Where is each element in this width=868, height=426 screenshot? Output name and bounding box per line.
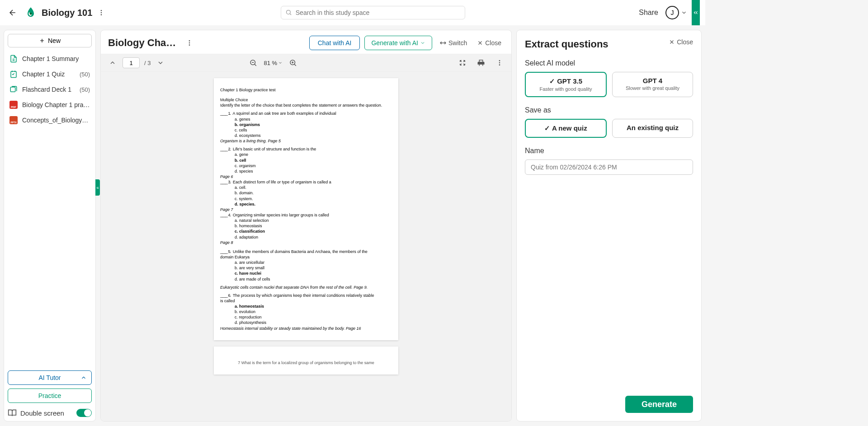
sidebar-item-pptx[interactable]: PPTX Concepts_of_Biology_Chap... <box>4 112 95 128</box>
model-option-gpt35[interactable]: ✓ GPT 3.5 Faster with good quality <box>525 72 607 97</box>
save-option-existing-quiz[interactable]: An existing quiz <box>612 119 693 138</box>
q-opt: d. ecosystems <box>220 133 392 138</box>
collapse-right-button[interactable] <box>692 0 700 25</box>
practice-button[interactable]: Practice <box>8 389 92 403</box>
page-up-button[interactable] <box>107 57 118 68</box>
sidebar-item-label: Biology Chapter 1 practice t... <box>22 101 90 108</box>
model-main: ✓ GPT 3.5 <box>529 77 602 85</box>
svg-point-3 <box>101 14 102 15</box>
ai-tutor-button[interactable]: AI Tutor <box>8 370 92 385</box>
avatar-initial: J <box>671 9 674 16</box>
sidebar-item-flashcards[interactable]: Flashcard Deck 1 (50) <box>4 82 95 97</box>
title-menu-button[interactable] <box>96 7 107 18</box>
sidebar-expand-tab[interactable]: « <box>95 179 100 196</box>
chat-with-ai-button[interactable]: Chat with AI <box>309 36 360 50</box>
sidebar-item-label: Chapter 1 Quiz <box>22 70 75 78</box>
sidebar-item-quiz[interactable]: Chapter 1 Quiz (50) <box>4 66 95 82</box>
q-text: Each distinct form of life or type of or… <box>233 180 331 184</box>
sidebar-item-label: Concepts_of_Biology_Chap... <box>22 117 90 124</box>
double-screen-toggle[interactable] <box>76 409 92 417</box>
sidebar-item-pdf[interactable]: PDF Biology Chapter 1 practice t... <box>4 97 95 112</box>
q-text: Life's basic unit of structure and funct… <box>233 147 316 151</box>
new-button[interactable]: New <box>8 34 92 47</box>
q-opt: d. photosynthesis <box>220 320 392 325</box>
search-input[interactable] <box>281 6 465 19</box>
q-opt: c. organism <box>220 163 392 169</box>
q-note: Page 7 <box>220 207 392 212</box>
svg-point-8 <box>189 42 190 44</box>
page-down-button[interactable] <box>155 57 166 68</box>
q-text: Organizing similar species into larger g… <box>233 213 329 217</box>
save-option-new-quiz[interactable]: ✓ A new quiz <box>525 119 607 138</box>
q-opt: b. are very small <box>220 265 392 271</box>
share-button[interactable]: Share <box>639 9 658 17</box>
pptx-icon: PPTX <box>9 116 18 124</box>
flashcard-icon <box>9 85 18 94</box>
q-opt: b. cell <box>220 158 392 163</box>
sidebar-item-summary[interactable]: Chapter 1 Summary <box>4 51 95 66</box>
svg-point-0 <box>30 13 32 15</box>
toolbar-menu-button[interactable] <box>494 57 505 68</box>
document-page-1: Chapter 1 Biology practice test Multiple… <box>214 78 398 340</box>
zoom-level-dropdown[interactable]: 81 % <box>264 60 283 66</box>
svg-point-9 <box>189 44 190 46</box>
chevron-down-icon <box>420 40 425 46</box>
q-opt: d. are made of cells <box>220 276 392 282</box>
quiz-icon <box>9 70 18 78</box>
model-option-gpt4[interactable]: GPT 4 Slower with great quality <box>612 72 693 97</box>
svg-point-14 <box>499 64 500 66</box>
space-title: Biology 101 <box>42 8 92 18</box>
page-input[interactable] <box>123 57 140 68</box>
q-opt: a. are unicellular <box>220 260 392 265</box>
pdf-icon: PDF <box>9 101 18 109</box>
switch-button[interactable]: Switch <box>437 37 470 48</box>
sidebar: New Chapter 1 Summary Chapter 1 Quiz (50… <box>4 30 96 421</box>
fullscreen-button[interactable] <box>457 57 468 68</box>
q-note: Page 6 <box>220 174 392 179</box>
panel-close-button[interactable]: Close <box>669 38 693 46</box>
svg-point-12 <box>499 60 500 61</box>
extract-questions-panel: Extract questions Close Select AI model … <box>516 30 702 421</box>
q-opt: b. domain. <box>220 190 392 196</box>
chevron-down-icon <box>278 61 283 65</box>
back-button[interactable] <box>5 5 20 20</box>
double-screen-label: Double screen <box>20 409 64 417</box>
zoom-in-button[interactable] <box>287 57 299 69</box>
q-opt: b. homeostasis <box>220 223 392 229</box>
doc-heading: Chapter 1 Biology practice test <box>220 87 392 93</box>
q-num: ____ 1. <box>220 111 231 116</box>
save-opt-main: ✓ A new quiz <box>529 124 602 132</box>
model-main: GPT 4 <box>616 77 689 84</box>
model-sub: Slower with great quality <box>616 85 689 91</box>
svg-point-4 <box>286 10 290 14</box>
document-viewport[interactable]: Chapter 1 Biology practice test Multiple… <box>101 72 511 421</box>
q-opt: c. cells <box>220 127 392 133</box>
swap-icon <box>439 39 447 47</box>
close-document-button[interactable]: Close <box>474 37 504 48</box>
q-text: domain Eukarya <box>220 254 392 260</box>
zoom-out-button[interactable] <box>247 57 259 69</box>
q-opt: c. have nuclei <box>220 271 392 276</box>
document-panel: Biology Chapter... Chat with AI Generate… <box>100 30 512 421</box>
svg-point-2 <box>101 12 102 14</box>
page-total: / 3 <box>144 60 151 66</box>
print-button[interactable] <box>475 57 487 69</box>
q-note: Page 8 <box>220 240 392 245</box>
double-screen-row: Double screen <box>8 407 92 417</box>
q-opt: b. evolution <box>220 309 392 314</box>
quiz-name-input[interactable] <box>525 159 693 175</box>
q-text: Unlike the members of domains Bacteria a… <box>233 249 368 254</box>
document-menu-button[interactable] <box>185 38 194 47</box>
q-text: A squirrel and an oak tree are both exam… <box>233 111 336 116</box>
q-opt: c. classification <box>220 229 392 234</box>
book-icon <box>8 408 17 417</box>
avatar-chevron-icon[interactable] <box>681 9 687 16</box>
q-opt: a. genes <box>220 117 392 122</box>
generate-with-ai-button[interactable]: Generate with AI <box>364 36 432 50</box>
q-opt: c. system. <box>220 196 392 201</box>
svg-point-13 <box>499 62 500 64</box>
user-avatar[interactable]: J <box>665 6 679 19</box>
generate-button[interactable]: Generate <box>625 396 693 413</box>
app-logo <box>24 6 37 19</box>
save-opt-main: An existing quiz <box>616 124 689 131</box>
